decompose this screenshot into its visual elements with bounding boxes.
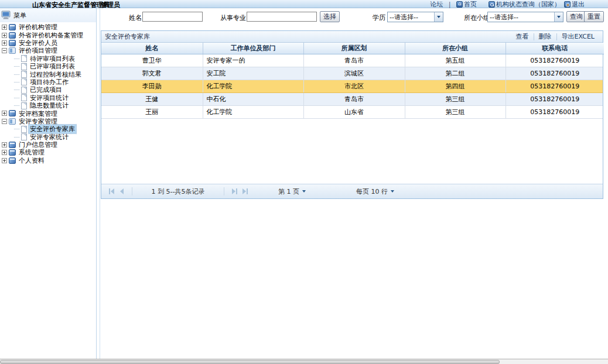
tree-connector [14, 129, 19, 129]
collapse-icon[interactable] [2, 119, 7, 124]
group-select[interactable]: --请选择-- [487, 12, 563, 22]
expand-icon[interactable] [2, 33, 7, 38]
folder-icon [9, 40, 16, 46]
education-label: 学历 [373, 13, 385, 22]
expand-icon[interactable] [2, 142, 7, 147]
page-icon [21, 78, 27, 85]
sidebar-header-label: 菜单 [13, 11, 26, 20]
home-icon [456, 1, 463, 8]
delete-button[interactable]: 删除 [534, 32, 556, 41]
table-cell: 053182760019 [505, 106, 603, 119]
home-link[interactable]: 首页 [456, 0, 477, 9]
link-divider: ｜ [446, 0, 453, 9]
view-button[interactable]: 查看 [511, 32, 534, 41]
tree-item-label: 个人资料 [18, 156, 46, 165]
page-icon [21, 55, 27, 62]
sidebar-divider [100, 8, 100, 359]
prev-page-button[interactable] [117, 186, 127, 197]
tree-item[interactable]: 个人资料 [0, 157, 96, 164]
horizontal-scrollbar[interactable] [0, 359, 608, 364]
page-icon [21, 133, 27, 140]
column-header[interactable]: 所属区划 [303, 43, 405, 54]
reset-button[interactable]: 重置 [584, 11, 604, 22]
tree-item[interactable]: 系统管理 [0, 149, 96, 156]
profession-input[interactable] [247, 12, 317, 22]
tree-item[interactable]: 安评档案管理 [0, 109, 96, 117]
tree-item[interactable]: 过程控制考核结果 [0, 70, 96, 78]
expand-icon[interactable] [2, 40, 7, 46]
org-status-link[interactable]: 机构状态查询（国家） [489, 0, 561, 9]
tree-item[interactable]: 已完成项目 [0, 86, 96, 94]
table-cell: 053182760019 [505, 67, 603, 80]
chevron-down-icon [391, 190, 394, 193]
table-row[interactable]: 王丽化工学院山东省第三组053182760019 [101, 106, 603, 119]
table-row[interactable]: 曹卫华安评专家一的青岛市第五组053182760019 [101, 54, 603, 67]
tree-connector [14, 59, 19, 59]
column-header[interactable]: 工作单位及部门 [203, 43, 303, 54]
expand-icon[interactable] [2, 25, 7, 30]
logout-link[interactable]: 退出 [564, 0, 585, 9]
tree-item[interactable]: 待评审项目列表 [0, 55, 96, 63]
tree-item[interactable]: 安全评价专家库 [0, 125, 96, 133]
folder-icon [9, 110, 16, 116]
column-header[interactable]: 所在小组 [405, 43, 505, 54]
last-page-button[interactable] [240, 186, 250, 197]
page-number-select[interactable]: 第 1 页 [278, 187, 306, 196]
records-range-text: 1 到 5--共5条记录 [137, 187, 219, 196]
scrollbar-thumb[interactable] [0, 360, 500, 364]
forum-link[interactable]: 论坛 [430, 0, 443, 9]
tree-item[interactable]: 安全评价人员 [0, 39, 96, 47]
folder-icon [9, 157, 16, 164]
sidebar: 菜单 评价机构管理外省评价机构备案管理安全评价人员评价项目管理待评审项目列表已评… [0, 8, 97, 359]
pager-divider [132, 187, 132, 195]
table-row[interactable]: 李田勋化工学院市北区第四组053182760019 [101, 80, 603, 93]
pager-divider [224, 187, 224, 195]
tree-item[interactable]: 安评项目统计 [0, 94, 96, 102]
column-header[interactable]: 联系电话 [505, 43, 604, 54]
expand-icon[interactable] [2, 158, 7, 163]
tree-item[interactable]: 隐患数量统计 [0, 102, 96, 109]
chevron-down-icon [302, 190, 306, 193]
table-cell: 053182760019 [505, 93, 603, 106]
grid-toolbar: 查看 删除 导出EXCEL [511, 32, 599, 41]
column-header[interactable]: 姓名 [101, 43, 203, 54]
table-cell: 第三组 [405, 106, 505, 119]
tree-item[interactable]: 项目待办工作 [0, 78, 96, 86]
page-icon [21, 71, 27, 78]
tree-item[interactable]: 评价机构管理 [0, 23, 96, 31]
query-button[interactable]: 查询 [566, 11, 586, 22]
tree-item[interactable]: 外省评价机构备案管理 [0, 31, 96, 39]
table-cell: 曹卫华 [101, 54, 203, 67]
table-cell: 第五组 [405, 54, 505, 67]
tree-item[interactable]: 安评专家统计 [0, 133, 96, 140]
education-select[interactable]: --请选择-- [387, 12, 443, 22]
table-cell: 化工学院 [203, 80, 303, 93]
folder-icon [9, 149, 16, 156]
name-input[interactable] [142, 12, 203, 22]
first-page-button[interactable] [106, 186, 117, 197]
tree-item[interactable]: 已评审项目列表 [0, 63, 96, 70]
tree-item[interactable]: 评价项目管理 [0, 47, 96, 54]
tree-item[interactable]: 安评专家管理 [0, 118, 96, 125]
table-cell: 第二组 [405, 67, 505, 80]
table-row[interactable]: 郭文君安工院滨城区第二组053182760019 [101, 67, 603, 80]
select-button[interactable]: 选择 [320, 11, 340, 22]
tree-item[interactable]: 门户信息管理 [0, 141, 96, 149]
panel-titlebar: 安全评价专家库 查看 删除 导出EXCEL [101, 31, 603, 43]
table-cell: 李田勋 [101, 80, 203, 93]
next-page-button[interactable] [229, 186, 240, 197]
folder-icon [9, 32, 16, 39]
expand-icon[interactable] [2, 150, 7, 155]
collapse-icon[interactable] [2, 48, 7, 53]
table-cell: 青岛市 [303, 54, 405, 67]
table-row[interactable]: 王健中石化青岛市第三组053182760019 [101, 93, 603, 106]
power-icon [564, 1, 571, 8]
search-icon [489, 1, 495, 8]
page-icon [21, 87, 27, 94]
tree-connector [14, 66, 19, 67]
page-size-select[interactable]: 每页 10 行 [356, 187, 394, 196]
export-excel-button[interactable]: 导出EXCEL [557, 32, 599, 41]
table-cell: 郭文君 [101, 67, 203, 80]
chevron-down-icon [434, 12, 443, 22]
expand-icon[interactable] [2, 111, 7, 116]
